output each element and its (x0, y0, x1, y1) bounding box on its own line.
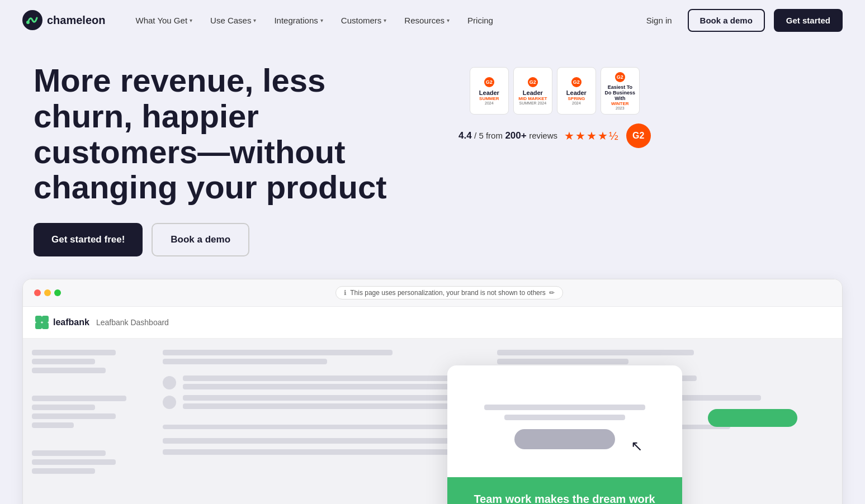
hero-right: G2 Leader SUMMER 2024 G2 Leader Mid Mark… (459, 63, 651, 148)
nav-item-resources[interactable]: Resources ▾ (396, 11, 457, 30)
edit-icon: ✏ (549, 289, 555, 297)
green-pill (708, 409, 797, 427)
modal-card: ↖ Team work makes the dream work Let's a… (447, 365, 682, 504)
leafbank-logo: leafbank (34, 315, 89, 330)
logo-text: chameleon (47, 14, 105, 27)
svg-rect-3 (42, 316, 49, 322)
skeleton-group-1 (32, 350, 137, 373)
modal-upper: ↖ (447, 365, 682, 477)
personalization-notice: ℹ This page uses personalization, your b… (335, 286, 563, 299)
skeleton-line (32, 450, 106, 456)
sign-in-link[interactable]: Sign in (640, 11, 679, 30)
demo-modal: ↖ Team work makes the dream work Let's a… (447, 365, 682, 504)
hero-buttons: Get started free! Book a demo (34, 223, 425, 256)
minimize-button-dot (44, 289, 51, 296)
svg-rect-2 (35, 316, 42, 322)
skeleton-line (32, 350, 116, 355)
g2-badge-easiest: G2 Easiest To Do Business With WINTER 20… (601, 67, 640, 115)
book-demo-hero-button[interactable]: Book a demo (152, 223, 249, 256)
cursor-icon: ↖ (631, 438, 643, 455)
demo-main-area: ↖ Team work makes the dream work Let's a… (146, 339, 842, 504)
chevron-down-icon: ▾ (253, 17, 256, 23)
g2-badge-leader-mid-market: G2 Leader Mid Market SUMMER 2024 (513, 67, 552, 115)
info-icon: ℹ (344, 289, 347, 297)
chevron-down-icon: ▾ (190, 17, 192, 23)
nav-item-what-you-get[interactable]: What You Get ▾ (127, 11, 200, 30)
demo-body-wrapper: leafbank Leafbank Dashboard (23, 307, 842, 504)
hero-left: More revenue, less churn, happier custom… (34, 63, 425, 256)
demo-content: ↖ Team work makes the dream work Let's a… (23, 339, 842, 504)
g2-badge-leader-spring: G2 Leader SPRING 2024 (557, 67, 596, 115)
demo-right-element (708, 409, 797, 427)
nav-links: What You Get ▾ Use Cases ▾ Integrations … (127, 11, 639, 30)
nav-item-use-cases[interactable]: Use Cases ▾ (202, 11, 264, 30)
skeleton-line (32, 459, 116, 465)
hero-section: More revenue, less churn, happier custom… (0, 40, 865, 268)
svg-rect-4 (35, 322, 42, 329)
close-button-dot (34, 289, 41, 296)
star-rating: ★★★★½ (564, 129, 620, 142)
traffic-lights (34, 289, 61, 296)
chevron-down-icon: ▾ (320, 17, 323, 23)
g2-logo: G2 (626, 123, 651, 148)
avatar-skeleton (163, 376, 176, 389)
maximize-button-dot (54, 289, 61, 296)
demo-sidebar-skeleton (23, 339, 146, 504)
nav-item-pricing[interactable]: Pricing (460, 11, 501, 30)
modal-lower: Team work makes the dream work Let's add… (447, 477, 682, 504)
svg-point-1 (26, 21, 30, 24)
g2-badge-leader-summer: G2 Leader SUMMER 2024 (470, 67, 509, 115)
leafbank-logo-icon (34, 315, 50, 330)
book-demo-button[interactable]: Book a demo (688, 9, 765, 32)
skeleton-line (32, 359, 95, 364)
skeleton-line (32, 396, 126, 401)
demo-address-bar: ℹ This page uses personalization, your b… (68, 286, 831, 299)
modal-title: Team work makes the dream work (464, 493, 665, 504)
nav-item-integrations[interactable]: Integrations ▾ (266, 11, 330, 30)
rating-row: 4.4 / 5 from 200+ reviews ★★★★½ G2 (459, 123, 651, 148)
chevron-down-icon: ▾ (447, 17, 450, 23)
demo-titlebar: ℹ This page uses personalization, your b… (23, 279, 842, 307)
get-started-free-button[interactable]: Get started free! (34, 223, 143, 256)
chameleon-logo-icon (22, 10, 42, 30)
leafbank-header: leafbank Leafbank Dashboard (23, 307, 842, 339)
product-demo: ℹ This page uses personalization, your b… (22, 279, 843, 504)
skeleton-group-3 (32, 450, 137, 474)
nav-actions: Sign in Book a demo Get started (640, 9, 843, 32)
chevron-down-icon: ▾ (384, 17, 386, 23)
get-started-button[interactable]: Get started (774, 9, 843, 32)
badges-row: G2 Leader SUMMER 2024 G2 Leader Mid Mark… (470, 67, 640, 115)
modal-button-skeleton (514, 429, 615, 449)
hero-headline: More revenue, less churn, happier custom… (34, 63, 425, 205)
skeleton-line (32, 468, 95, 474)
avatar-skeleton (163, 396, 176, 409)
nav-item-customers[interactable]: Customers ▾ (333, 11, 395, 30)
skeleton-line (32, 422, 74, 428)
skeleton-group-2 (32, 396, 137, 428)
rating-score: 4.4 / 5 from 200+ reviews (459, 130, 557, 141)
logo[interactable]: chameleon (22, 10, 105, 30)
navbar: chameleon What You Get ▾ Use Cases ▾ Int… (0, 0, 865, 40)
skeleton-line (32, 413, 116, 419)
svg-rect-5 (42, 322, 49, 329)
skeleton-line (32, 405, 95, 410)
skeleton-line (32, 368, 106, 373)
